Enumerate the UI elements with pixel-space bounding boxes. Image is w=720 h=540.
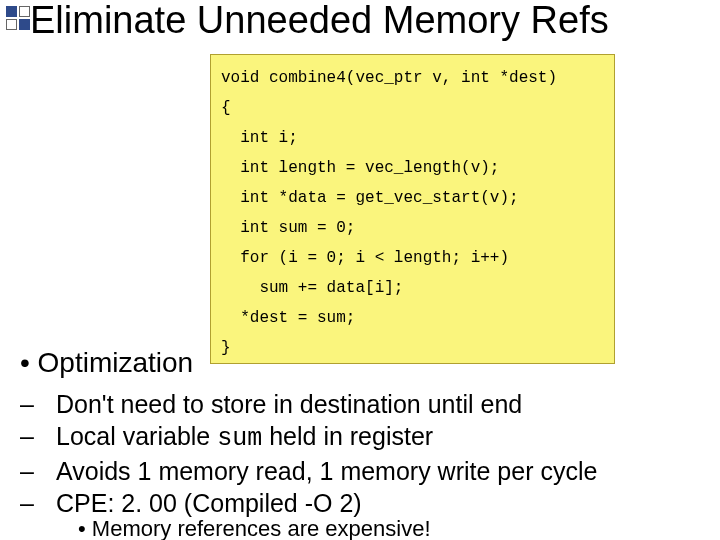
code-line: } xyxy=(221,333,604,363)
bullet-text: CPE: 2. 00 (Compiled -O 2) xyxy=(56,489,362,517)
logo-square xyxy=(19,6,30,17)
code-line: void combine4(vec_ptr v, int *dest) xyxy=(221,63,604,93)
sub-bullet: • Memory references are expensive! xyxy=(78,516,431,540)
code-line: int i; xyxy=(221,123,604,153)
dash-icon: – xyxy=(38,420,56,452)
code-line: int length = vec_length(v); xyxy=(221,153,604,183)
bullet-text: Avoids 1 memory read, 1 memory write per… xyxy=(56,457,597,485)
code-block: void combine4(vec_ptr v, int *dest) { in… xyxy=(210,54,615,364)
bullet-text: Local variable xyxy=(56,422,217,450)
logo-square xyxy=(19,19,30,30)
code-line: sum += data[i]; xyxy=(221,273,604,303)
code-line: *dest = sum; xyxy=(221,303,604,333)
section-heading: • Optimization xyxy=(20,347,193,379)
bullet-text: held in register xyxy=(262,422,433,450)
logo-square xyxy=(6,6,17,17)
dash-icon: – xyxy=(38,455,56,487)
code-line: int sum = 0; xyxy=(221,213,604,243)
dash-icon: – xyxy=(38,388,56,420)
bullet-item: –CPE: 2. 00 (Compiled -O 2) xyxy=(38,487,710,519)
inline-code: sum xyxy=(217,424,262,453)
bullet-item: –Avoids 1 memory read, 1 memory write pe… xyxy=(38,455,710,487)
slide-title: Eliminate Unneeded Memory Refs xyxy=(30,0,720,42)
code-line: int *data = get_vec_start(v); xyxy=(221,183,604,213)
bullet-list: –Don't need to store in destination unti… xyxy=(38,388,710,519)
code-line: { xyxy=(221,93,604,123)
bullet-item: –Don't need to store in destination unti… xyxy=(38,388,710,420)
logo-square xyxy=(6,19,17,30)
bullet-item: –Local variable sum held in register xyxy=(38,420,710,455)
bullet-text: Don't need to store in destination until… xyxy=(56,390,522,418)
dash-icon: – xyxy=(38,487,56,519)
slide-logo xyxy=(6,6,32,32)
code-line: for (i = 0; i < length; i++) xyxy=(221,243,604,273)
